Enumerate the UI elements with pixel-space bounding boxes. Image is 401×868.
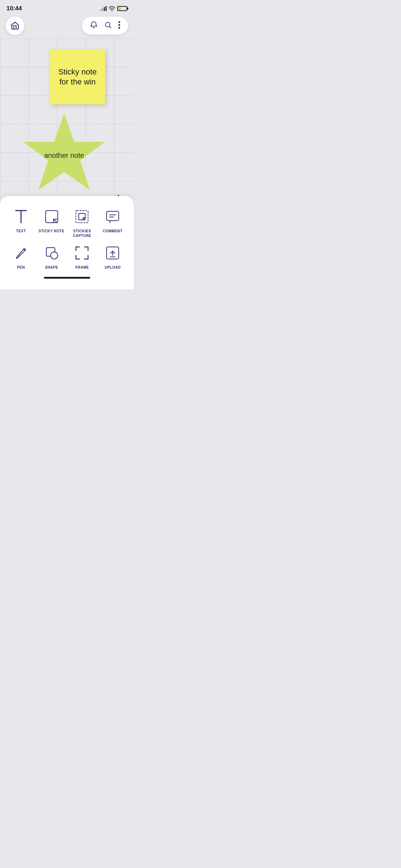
- more-button[interactable]: [118, 21, 120, 30]
- tool-sticky-note[interactable]: STICKY NOTE: [36, 205, 67, 241]
- svg-point-15: [51, 252, 58, 259]
- tool-frame[interactable]: FRAME: [67, 241, 98, 273]
- svg-rect-8: [46, 211, 58, 223]
- text-icon: [12, 207, 30, 226]
- status-time: 10:44: [6, 5, 22, 12]
- canvas-area[interactable]: Sticky note for the win another note: [0, 38, 134, 217]
- svg-rect-11: [107, 211, 119, 221]
- star-text: another note: [44, 151, 84, 160]
- battery-icon: [117, 6, 127, 11]
- top-nav: [0, 14, 134, 38]
- search-button[interactable]: [104, 21, 112, 30]
- home-icon: [10, 21, 20, 30]
- right-nav-group: [82, 17, 128, 35]
- stickies-capture-icon: [73, 207, 91, 226]
- frame-icon: [73, 244, 91, 262]
- text-label: TEXT: [16, 229, 26, 233]
- shape-icon: [42, 244, 61, 262]
- pen-label: PEN: [17, 265, 25, 270]
- pen-icon: [12, 244, 30, 262]
- frame-label: FRAME: [75, 265, 89, 270]
- shape-label: SHAPE: [45, 265, 58, 270]
- tool-text[interactable]: TEXT: [6, 205, 36, 241]
- upload-label: UPLOAD: [105, 265, 121, 270]
- bottom-toolbar: TEXT STICKY NOTE: [0, 196, 134, 289]
- tool-upload[interactable]: UPLOAD: [97, 241, 128, 273]
- tool-shape[interactable]: SHAPE: [36, 241, 67, 273]
- svg-point-4: [118, 27, 120, 29]
- toolbar-grid: TEXT STICKY NOTE: [6, 205, 128, 273]
- wifi-icon: [109, 6, 115, 11]
- tool-pen[interactable]: PEN: [6, 241, 36, 273]
- sticky-note-text: Sticky note for the win: [54, 67, 101, 87]
- tool-stickies-capture[interactable]: STICKIES CAPTURE: [67, 205, 98, 241]
- comment-label: COMMENT: [103, 229, 123, 233]
- svg-point-0: [112, 10, 112, 11]
- sticky-note-icon: [42, 207, 61, 226]
- home-indicator: [44, 277, 90, 279]
- star-shape[interactable]: another note: [21, 110, 107, 195]
- svg-rect-9: [76, 211, 88, 223]
- comment-icon: [103, 207, 122, 226]
- bell-button[interactable]: [90, 21, 98, 30]
- svg-point-3: [118, 24, 120, 26]
- status-bar: 10:44: [0, 0, 134, 14]
- sticky-note[interactable]: Sticky note for the win: [50, 49, 105, 104]
- stickies-capture-label: STICKIES CAPTURE: [68, 229, 96, 238]
- tool-comment[interactable]: COMMENT: [97, 205, 128, 241]
- sticky-note-label: STICKY NOTE: [38, 229, 65, 233]
- status-icons: [100, 6, 127, 11]
- home-button[interactable]: [6, 16, 24, 35]
- upload-icon: [103, 244, 122, 262]
- signal-icon: [100, 6, 107, 11]
- svg-point-2: [118, 21, 120, 23]
